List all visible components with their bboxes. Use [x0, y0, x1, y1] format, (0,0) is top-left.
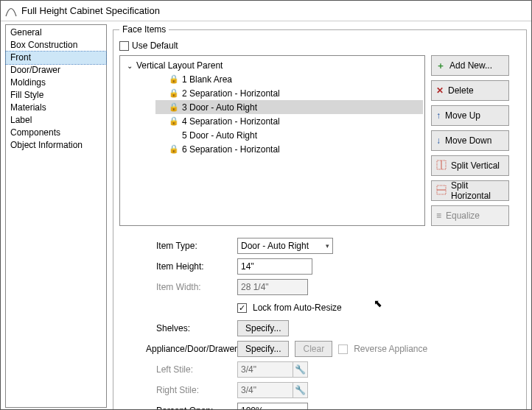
reverse-appliance-checkbox[interactable]	[338, 344, 348, 354]
layout-tree[interactable]: ⌄ Vertical Layout Parent 🔒 1 Blank Area …	[119, 55, 425, 226]
lock-icon: 🔒	[169, 116, 178, 126]
move-up-label: Move Up	[445, 110, 480, 121]
check-icon: ✓	[239, 304, 245, 311]
lock-icon: 🔒	[169, 74, 178, 84]
add-new-button[interactable]: ＋ Add New...	[431, 55, 509, 76]
tree-item[interactable]: 🔒 1 Blank Area	[155, 72, 423, 86]
tree-item[interactable]: 🔒 6 Separation - Horizontal	[155, 142, 423, 156]
left-stile-label: Left Stile:	[119, 364, 237, 375]
wrench-icon[interactable]: 🔧	[293, 383, 307, 397]
sidebar-item-components[interactable]: Components	[6, 127, 106, 139]
equalize-label: Equalize	[446, 211, 480, 221]
split-vertical-label: Split Vertical	[451, 160, 500, 171]
reverse-appliance-label: Reverse Appliance	[354, 344, 427, 354]
sidebar-item-materials[interactable]: Materials	[6, 102, 106, 114]
shelves-label: Shelves:	[119, 323, 237, 333]
item-width-label: Item Width:	[119, 282, 237, 292]
right-stile-value: 3/4"	[238, 383, 293, 397]
shelves-specify-button[interactable]: Specify...	[237, 320, 289, 336]
item-type-label: Item Type:	[119, 241, 237, 251]
split-horizontal-button[interactable]: Split Horizontal	[431, 180, 509, 201]
sidebar-item-moldings[interactable]: Moldings	[6, 77, 106, 89]
item-type-select[interactable]: Door - Auto Right ▾	[237, 238, 333, 254]
arrow-down-icon: ↓	[436, 135, 441, 146]
tree-item-label: 5 Door - Auto Right	[182, 130, 257, 141]
window-title: Full Height Cabinet Specification	[21, 5, 160, 16]
chevron-down-icon: ⌄	[126, 62, 133, 70]
action-buttons: ＋ Add New... ✕ Delete ↑ Move Up ↓ Move D…	[431, 55, 509, 226]
item-height-label: Item Height:	[119, 261, 237, 272]
tree-item-label: 2 Separation - Horizontal	[182, 88, 280, 99]
sidebar: General Box Construction Front Door/Draw…	[5, 24, 107, 408]
item-type-value: Door - Auto Right	[241, 241, 309, 251]
sidebar-item-label[interactable]: Label	[6, 114, 106, 127]
delete-label: Delete	[448, 85, 474, 96]
lock-icon: 🔒	[169, 88, 178, 98]
percent-open-value: 100%	[241, 406, 264, 410]
use-default-checkbox[interactable]	[119, 41, 129, 51]
lock-auto-resize-checkbox[interactable]: ✓	[237, 303, 247, 313]
tree-item[interactable]: 🔒 3 Door - Auto Right	[155, 100, 423, 114]
app-icon	[5, 5, 17, 17]
titlebar: Full Height Cabinet Specification	[1, 1, 531, 21]
tree-item[interactable]: 🔒 2 Separation - Horizontal	[155, 86, 423, 100]
wrench-icon[interactable]: 🔧	[293, 362, 307, 377]
equalize-icon: ≡	[436, 211, 441, 221]
item-width-input: 28 1/4"	[237, 279, 308, 295]
lock-icon: 🔒	[169, 144, 178, 154]
percent-open-label: Percent Open:	[119, 406, 237, 410]
tree-item-label: 3 Door - Auto Right	[182, 102, 257, 113]
tree-item[interactable]: 🔒 5 Door - Auto Right	[155, 128, 423, 142]
face-items-group: Face Items Use Default ⌄ Vertical Layout…	[113, 24, 527, 410]
left-stile-value: 3/4"	[238, 362, 293, 377]
right-stile-input: 3/4" 🔧	[237, 382, 308, 398]
sidebar-item-box-construction[interactable]: Box Construction	[6, 39, 106, 52]
tree-item[interactable]: 🔒 4 Separation - Horizontal	[155, 114, 423, 128]
tree-item-label: 6 Separation - Horizontal	[182, 144, 280, 155]
main-panel: Face Items Use Default ⌄ Vertical Layout…	[110, 21, 531, 410]
lock-icon: 🔒	[169, 102, 178, 112]
percent-open-select[interactable]: 100% ▾	[237, 403, 308, 410]
left-stile-input: 3/4" 🔧	[237, 361, 308, 378]
split-vertical-button[interactable]: Split Vertical	[431, 155, 509, 176]
sidebar-item-object-information[interactable]: Object Information	[6, 139, 106, 152]
delete-button[interactable]: ✕ Delete	[431, 80, 509, 101]
split-horizontal-icon	[436, 185, 447, 197]
sidebar-item-door-drawer[interactable]: Door/Drawer	[6, 64, 106, 77]
tree-parent[interactable]: ⌄ Vertical Layout Parent	[126, 59, 423, 72]
equalize-button[interactable]: ≡ Equalize	[431, 205, 509, 226]
add-new-label: Add New...	[449, 60, 492, 71]
appliance-clear-button[interactable]: Clear	[295, 341, 332, 357]
lock-auto-resize-label: Lock from Auto-Resize	[253, 303, 342, 313]
move-down-button[interactable]: ↓ Move Down	[431, 130, 509, 151]
x-icon: ✕	[436, 85, 444, 96]
plus-icon: ＋	[436, 60, 445, 72]
appliance-specify-button[interactable]: Specify...	[237, 341, 289, 357]
sidebar-item-fill-style[interactable]: Fill Style	[6, 89, 106, 102]
appliance-label: Appliance/Door/Drawer:	[119, 344, 237, 354]
move-up-button[interactable]: ↑ Move Up	[431, 105, 509, 126]
chevron-down-icon: ▾	[326, 242, 329, 250]
tree-parent-label: Vertical Layout Parent	[136, 60, 223, 71]
sidebar-item-front[interactable]: Front	[6, 52, 106, 64]
face-items-legend: Face Items	[119, 24, 169, 35]
split-horizontal-label: Split Horizontal	[451, 180, 504, 201]
tree-item-label: 1 Blank Area	[182, 74, 232, 85]
item-height-input[interactable]: 14"	[237, 258, 312, 275]
form-area: Item Type: Door - Auto Right ▾ Item Heig…	[119, 236, 520, 410]
move-down-label: Move Down	[445, 135, 491, 146]
right-stile-label: Right Stile:	[119, 385, 237, 395]
sidebar-item-general[interactable]: General	[6, 26, 106, 39]
tree-item-label: 4 Separation - Horizontal	[182, 116, 280, 127]
split-vertical-icon	[436, 160, 447, 172]
chevron-down-icon: ▾	[301, 407, 304, 410]
arrow-up-icon: ↑	[436, 110, 441, 121]
use-default-label: Use Default	[132, 40, 178, 51]
